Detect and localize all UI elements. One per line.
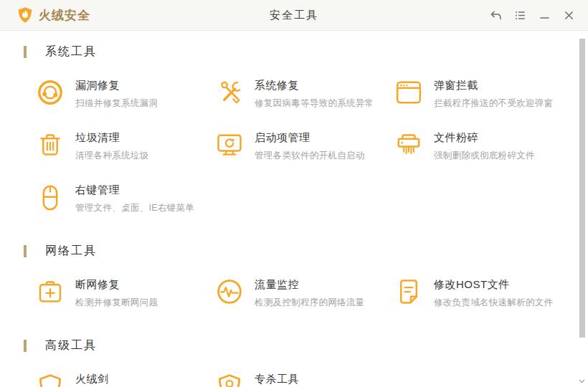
file-shredder-icon: [394, 130, 423, 159]
tool-text: 断网修复检测并修复断网问题: [75, 277, 158, 309]
tool-title: 流量监控: [255, 278, 365, 292]
tool-text: 文件粉碎强制删除或彻底粉碎文件: [434, 130, 535, 162]
tool-text: 右键管理管理文件、桌面、IE右键菜单: [75, 183, 194, 214]
section-title: 高级工具: [45, 338, 97, 353]
tool-desc: 强制删除或彻底粉碎文件: [434, 150, 535, 162]
tool-grid: 火绒剑专杀工具: [36, 372, 576, 387]
tool-desc: 拦截程序推送的不受欢迎弹窗: [434, 97, 553, 110]
tool-desc: 清理各种系统垃圾: [75, 150, 148, 162]
tool-title: 系统修复: [255, 79, 374, 92]
tool-section: 网络工具断网修复检测并修复断网问题流量监控检测及控制程序的网络流量修改HOST文…: [0, 244, 576, 306]
huorong-sword-icon: [36, 372, 65, 387]
section-marker: [24, 46, 27, 58]
app-name: 火绒安全: [39, 7, 90, 24]
tool-text: 火绒剑: [75, 372, 109, 386]
network-repair-icon: [36, 277, 65, 306]
tool-title: 文件粉碎: [434, 131, 535, 145]
section-header: 网络工具: [24, 244, 576, 259]
scrollbar: [576, 31, 588, 387]
tool-popup-block[interactable]: 弹窗拦截拦截程序推送的不受欢迎弹窗: [394, 78, 576, 107]
titlebar: 火绒安全 安全工具: [0, 0, 588, 31]
tool-text: 系统修复修复因病毒等导致的系统异常: [255, 78, 374, 110]
context-menu-icon: [36, 183, 65, 211]
tool-desc: 扫描并修复系统漏洞: [75, 97, 158, 110]
tool-text: 漏洞修复扫描并修复系统漏洞: [75, 78, 158, 110]
junk-clean-icon: [36, 130, 65, 159]
tool-grid: 断网修复检测并修复断网问题流量监控检测及控制程序的网络流量修改HOST文件修改负…: [36, 277, 576, 306]
page-title: 安全工具: [270, 9, 318, 22]
tool-text: 修改HOST文件修改负责域名快速解析的文件: [434, 277, 553, 309]
tool-title: 修改HOST文件: [434, 278, 553, 292]
tool-text: 专杀工具: [255, 372, 299, 386]
close-icon: [562, 9, 576, 22]
tool-network-repair[interactable]: 断网修复检测并修复断网问题: [36, 277, 215, 306]
minimize-icon: [538, 9, 551, 22]
tool-title: 火绒剑: [75, 373, 109, 386]
tool-text: 弹窗拦截拦截程序推送的不受欢迎弹窗: [434, 78, 553, 110]
popup-block-icon: [394, 78, 423, 107]
tool-huorong-sword[interactable]: 火绒剑: [36, 372, 215, 387]
tool-traffic-monitor[interactable]: 流量监控检测及控制程序的网络流量: [215, 277, 394, 306]
tool-junk-clean[interactable]: 垃圾清理清理各种系统垃圾: [36, 130, 215, 159]
tool-text: 启动项管理管理各类软件的开机自启动: [255, 130, 365, 162]
tool-vulnerability-fix[interactable]: 漏洞修复扫描并修复系统漏洞: [36, 78, 215, 107]
section-title: 网络工具: [45, 244, 97, 259]
scrollbar-thumb[interactable]: [579, 39, 585, 338]
tool-title: 启动项管理: [255, 131, 365, 145]
section-header: 系统工具: [24, 44, 576, 59]
tool-file-shredder[interactable]: 文件粉碎强制删除或彻底粉碎文件: [394, 130, 576, 159]
back-icon: [489, 9, 503, 22]
tools-main: 系统工具漏洞修复扫描并修复系统漏洞系统修复修复因病毒等导致的系统异常弹窗拦截拦截…: [0, 31, 576, 387]
tool-desc: 管理各类软件的开机自启动: [255, 150, 365, 162]
tool-text: 垃圾清理清理各种系统垃圾: [75, 130, 148, 162]
tool-desc: 管理文件、桌面、IE右键菜单: [75, 202, 194, 214]
tool-title: 断网修复: [75, 278, 158, 292]
section-header: 高级工具: [24, 338, 576, 353]
section-title: 系统工具: [45, 44, 97, 59]
app-brand: 火绒安全: [17, 6, 90, 24]
minimize-button[interactable]: [532, 4, 556, 26]
tool-system-repair[interactable]: 系统修复修复因病毒等导致的系统异常: [215, 78, 394, 107]
back-button[interactable]: [483, 4, 508, 26]
menu-icon: [513, 9, 527, 22]
tool-title: 漏洞修复: [75, 79, 158, 92]
tool-grid: 漏洞修复扫描并修复系统漏洞系统修复修复因病毒等导致的系统异常弹窗拦截拦截程序推送…: [36, 78, 576, 211]
close-button[interactable]: [556, 4, 581, 26]
tool-text: 流量监控检测及控制程序的网络流量: [255, 277, 365, 309]
app-logo-icon: [17, 6, 33, 24]
tool-special-kill[interactable]: 专杀工具: [215, 372, 394, 387]
tool-desc: 检测及控制程序的网络流量: [255, 297, 365, 309]
host-file-icon: [394, 277, 423, 306]
startup-manager-icon: [215, 130, 244, 159]
section-marker: [24, 245, 27, 257]
tool-desc: 检测并修复断网问题: [75, 297, 158, 309]
tool-title: 专杀工具: [255, 373, 299, 386]
traffic-monitor-icon: [215, 277, 244, 306]
special-kill-icon: [215, 372, 244, 387]
tool-desc: 修复因病毒等导致的系统异常: [255, 97, 374, 110]
tool-startup-manager[interactable]: 启动项管理管理各类软件的开机自启动: [215, 130, 394, 159]
scrollbar-down-arrow-icon[interactable]: [579, 373, 585, 386]
tool-title: 垃圾清理: [75, 131, 148, 145]
tool-desc: 修改负责域名快速解析的文件: [434, 297, 553, 309]
menu-button[interactable]: [508, 4, 532, 26]
system-repair-icon: [215, 78, 244, 107]
tool-section: 高级工具火绒剑专杀工具: [0, 338, 576, 387]
tool-context-menu[interactable]: 右键管理管理文件、桌面、IE右键菜单: [36, 183, 215, 211]
vulnerability-fix-icon: [36, 78, 65, 107]
titlebar-actions: [483, 0, 581, 30]
tool-title: 右键管理: [75, 183, 194, 197]
tool-host-file[interactable]: 修改HOST文件修改负责域名快速解析的文件: [394, 277, 576, 306]
section-marker: [24, 340, 27, 352]
tool-section: 系统工具漏洞修复扫描并修复系统漏洞系统修复修复因病毒等导致的系统异常弹窗拦截拦截…: [0, 44, 576, 211]
tool-title: 弹窗拦截: [434, 79, 553, 92]
